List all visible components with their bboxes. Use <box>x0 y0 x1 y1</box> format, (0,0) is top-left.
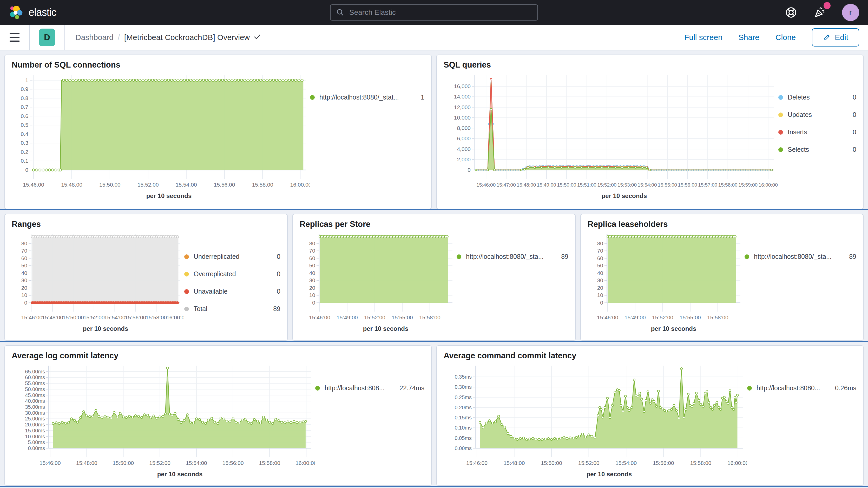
breadcrumb-separator: / <box>118 32 120 42</box>
area-chart-command-commit-latency[interactable]: 0.00ms0.05ms0.10ms0.15ms0.20ms0.25ms0.30… <box>444 362 747 479</box>
menu-button[interactable] <box>0 33 29 42</box>
area-chart-log-commit-latency[interactable]: 0.00ms5.00ms10.00ms15.00ms20.00ms25.00ms… <box>12 362 315 479</box>
svg-text:15:56:00: 15:56:00 <box>653 460 674 466</box>
svg-text:15:54:00: 15:54:00 <box>186 460 207 466</box>
legend-item[interactable]: Deletes0 <box>778 94 856 101</box>
svg-text:12,000: 12,000 <box>454 104 471 110</box>
legend-item[interactable]: Selects0 <box>778 146 856 153</box>
legend-value: 89 <box>843 253 856 261</box>
svg-text:20: 20 <box>309 285 315 291</box>
help-button[interactable] <box>785 6 797 19</box>
svg-text:15:49:00: 15:49:00 <box>624 314 646 321</box>
legend-item[interactable]: Total89 <box>184 305 280 313</box>
svg-text:80: 80 <box>597 240 603 246</box>
svg-text:15:50:00: 15:50:00 <box>99 182 121 188</box>
legend-value: 89 <box>555 253 568 261</box>
legend-label: Underreplicated <box>194 253 240 261</box>
svg-text:30: 30 <box>21 277 27 283</box>
legend-swatch-icon <box>315 386 320 391</box>
legend-swatch-icon <box>778 113 783 117</box>
svg-text:0.4: 0.4 <box>21 131 29 137</box>
svg-text:15:59:00: 15:59:00 <box>738 182 757 188</box>
dashboard-app-badge[interactable]: D <box>39 29 55 46</box>
legend-item[interactable]: Underreplicated0 <box>184 253 280 261</box>
legend-item[interactable]: http://localhost:8080/_stat...1 <box>310 94 424 101</box>
svg-text:30: 30 <box>597 277 603 283</box>
notification-badge <box>824 2 831 9</box>
global-search[interactable] <box>330 4 538 21</box>
chart-canvas: 0102030405060708015:46:0015:49:0015:52:0… <box>588 230 745 333</box>
avatar-initial: r <box>849 7 852 18</box>
svg-text:50: 50 <box>597 263 603 268</box>
legend-value: 0 <box>847 94 856 101</box>
chart-legend: http://localhost:8080/_stat...1 <box>310 71 424 101</box>
legend-label: Selects <box>788 146 809 153</box>
legend-item[interactable]: http://localhost:8080/_sta...89 <box>457 253 568 261</box>
svg-text:0.7: 0.7 <box>21 104 28 110</box>
svg-text:10: 10 <box>21 292 27 298</box>
panel-title: Replicas per Store <box>300 220 568 229</box>
legend-item[interactable]: Overreplicated0 <box>184 270 280 278</box>
legend-item[interactable]: http://localhost:808...22.74ms <box>315 384 424 392</box>
legend-item[interactable]: http://localhost:8080...0.26ms <box>747 384 856 392</box>
legend-swatch-icon <box>184 289 189 294</box>
svg-text:15:52:00: 15:52:00 <box>364 314 385 321</box>
svg-text:30.00ms: 30.00ms <box>25 410 45 416</box>
area-chart-sql-queries[interactable]: 02,0004,0006,0008,00010,00012,00014,0001… <box>444 71 778 201</box>
svg-text:10: 10 <box>597 292 603 298</box>
legend-item[interactable]: Updates0 <box>778 111 856 119</box>
svg-text:15:48:00: 15:48:00 <box>504 460 525 466</box>
svg-text:80: 80 <box>309 240 315 246</box>
legend-value: 0 <box>847 128 856 136</box>
svg-text:15.00ms: 15.00ms <box>25 428 45 433</box>
breadcrumb-dashboard-link[interactable]: Dashboard <box>75 33 114 42</box>
legend-item[interactable]: http://localhost:8080/_sta...89 <box>745 253 856 261</box>
area-chart-sql-connections[interactable]: 00.10.20.30.40.50.60.70.80.9115:46:0015:… <box>12 71 310 201</box>
clone-button[interactable]: Clone <box>775 33 796 42</box>
area-chart-replicas-per-store[interactable]: 0102030405060708015:46:0015:49:0015:52:0… <box>300 230 457 333</box>
area-chart-replica-leaseholders[interactable]: 0102030405060708015:46:0015:49:0015:52:0… <box>588 230 745 333</box>
chart-legend: http://localhost:8080...0.26ms <box>747 362 856 392</box>
svg-text:per 10 seconds: per 10 seconds <box>651 325 696 332</box>
svg-text:0.15ms: 0.15ms <box>455 415 472 421</box>
chevron-down-icon <box>253 34 261 41</box>
svg-text:15:54:00: 15:54:00 <box>615 460 637 466</box>
legend-item[interactable]: Unavailable0 <box>184 288 280 295</box>
svg-text:55.00ms: 55.00ms <box>25 380 45 386</box>
chart-legend: http://localhost:8080/_sta...89 <box>457 230 568 261</box>
full-screen-button[interactable]: Full screen <box>684 33 722 42</box>
svg-text:15:54:00: 15:54:00 <box>104 314 126 321</box>
svg-text:0.1: 0.1 <box>21 158 28 164</box>
edit-button[interactable]: Edit <box>812 28 859 47</box>
elastic-brand[interactable]: elastic <box>9 5 56 20</box>
svg-text:60: 60 <box>21 255 27 261</box>
newsfeed-button[interactable] <box>813 6 827 19</box>
svg-text:per 10 seconds: per 10 seconds <box>601 192 647 199</box>
user-avatar[interactable]: r <box>842 4 859 21</box>
svg-text:6,000: 6,000 <box>457 135 471 141</box>
area-chart-ranges[interactable]: 0102030405060708015:46:0015:48:0015:50:0… <box>12 230 184 333</box>
legend-label: Updates <box>788 111 812 119</box>
legend-item[interactable]: Inserts0 <box>778 128 856 136</box>
legend-label: http://localhost:8080/_sta... <box>754 253 832 261</box>
svg-text:80: 80 <box>21 240 27 246</box>
svg-text:15:58:00: 15:58:00 <box>690 460 711 466</box>
legend-swatch-icon <box>184 307 189 311</box>
page-title[interactable]: [Metricbeat CockroachDB] Overview <box>124 33 261 42</box>
svg-text:70: 70 <box>21 248 27 254</box>
svg-text:15:55:00: 15:55:00 <box>392 314 413 321</box>
svg-text:40: 40 <box>21 270 27 276</box>
svg-text:0: 0 <box>25 167 28 173</box>
search-input[interactable] <box>349 8 532 17</box>
svg-text:60.00ms: 60.00ms <box>25 374 45 380</box>
share-button[interactable]: Share <box>739 33 760 42</box>
svg-text:15:58:00: 15:58:00 <box>419 314 440 321</box>
svg-text:8,000: 8,000 <box>457 125 471 131</box>
legend-label: Deletes <box>788 94 810 101</box>
legend-label: Unavailable <box>194 288 228 295</box>
svg-text:10,000: 10,000 <box>454 115 471 121</box>
svg-text:40: 40 <box>597 270 603 276</box>
chart-legend: Deletes0Updates0Inserts0Selects0 <box>778 71 856 153</box>
legend-label: http://localhost:8080... <box>756 384 820 392</box>
svg-text:0.5: 0.5 <box>21 122 28 128</box>
